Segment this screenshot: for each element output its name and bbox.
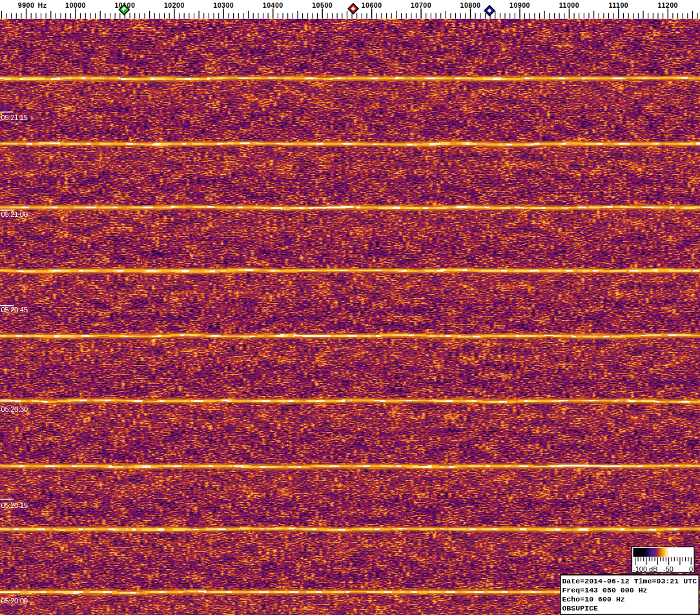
svg-text:OBSUPICE: OBSUPICE [562, 604, 598, 612]
svg-text:-50: -50 [663, 565, 674, 573]
svg-text:10000: 10000 [65, 1, 86, 9]
svg-text:0: 0 [689, 565, 693, 573]
svg-text:05:20:30: 05:20:30 [1, 405, 28, 413]
svg-text:05:20:00: 05:20:00 [1, 597, 28, 605]
svg-text:05:20:45: 05:20:45 [1, 306, 28, 314]
svg-text:Date=2014-06-12 Time=03:21 UTC: Date=2014-06-12 Time=03:21 UTC [562, 577, 697, 585]
svg-text:10200: 10200 [164, 1, 185, 9]
svg-text:10300: 10300 [213, 1, 234, 9]
svg-text:05:20:15: 05:20:15 [1, 501, 28, 509]
svg-text:10700: 10700 [411, 1, 431, 9]
svg-text:-100 dB: -100 dB [633, 565, 658, 573]
svg-text:10400: 10400 [263, 1, 283, 9]
svg-text:11000: 11000 [559, 1, 579, 9]
svg-text:Freq=143 050 000 Hz: Freq=143 050 000 Hz [562, 586, 647, 594]
svg-text:Hz: Hz [38, 1, 47, 9]
svg-text:05:21:15: 05:21:15 [1, 114, 28, 121]
svg-text:11200: 11200 [658, 1, 678, 9]
svg-text:10500: 10500 [312, 1, 333, 9]
svg-text:Echo=10 600 Hz: Echo=10 600 Hz [562, 595, 624, 603]
svg-text:10600: 10600 [362, 1, 382, 9]
svg-text:9900: 9900 [18, 1, 35, 9]
svg-text:11100: 11100 [608, 1, 628, 9]
svg-text:05:21:00: 05:21:00 [1, 210, 28, 218]
svg-text:10900: 10900 [510, 1, 530, 9]
svg-text:10800: 10800 [460, 1, 481, 9]
